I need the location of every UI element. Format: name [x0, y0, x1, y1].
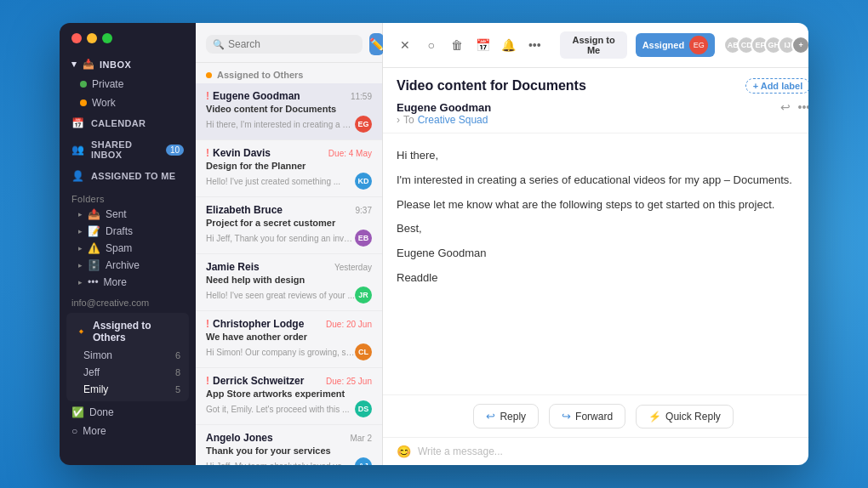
assigned-avatar-1: EG [689, 36, 708, 54]
email-item-angelo[interactable]: Angelo Jones Mar 2 Thank you for your se… [196, 425, 382, 465]
to-prefix: To [403, 114, 414, 126]
reply-icon: ↩ [486, 410, 495, 423]
assigned-others-dot [206, 72, 212, 78]
calendar-toolbar-button[interactable]: 📅 [474, 35, 491, 55]
email-item-elizabeth[interactable]: Elizabeth Bruce 9:37 Project for a secre… [196, 197, 382, 254]
inbox-icon: 📥 [83, 59, 95, 70]
kevin-sender-name: Kevin Davis [213, 147, 271, 159]
done-icon: ✅ [71, 406, 84, 418]
more-meta-icon[interactable]: ••• [797, 100, 808, 114]
email-item-kevin[interactable]: ! Kevin Davis Due: 4 May Design for the … [196, 140, 382, 197]
trash-button[interactable]: 🗑 [448, 35, 465, 55]
kevin-subject: Design for the Planner [206, 161, 372, 171]
derrick-priority-icon: ! [206, 375, 209, 387]
eugene-sender-name: Eugene Goodman [213, 90, 300, 102]
eugene-time: 11:59 [351, 92, 372, 101]
drafts-label: Drafts [106, 225, 133, 237]
elizabeth-subject: Project for a secret customer [206, 218, 372, 228]
calendar-label: CALENDAR [91, 118, 146, 128]
assignee-emily[interactable]: Emily 5 [66, 381, 189, 398]
spam-label: Spam [106, 242, 132, 254]
eugene-preview: Hi there, I'm interested in creating a s… [206, 120, 355, 129]
christopher-due: Due: 20 Jun [326, 320, 372, 329]
assignee-jeff[interactable]: Jeff 8 [66, 364, 189, 381]
derrick-avatar: DS [355, 400, 372, 417]
sidebar-item-shared-inbox[interactable]: 👥 SHARED INBOX 10 [60, 134, 196, 165]
sidebar-item-work[interactable]: Work [60, 94, 196, 112]
bar-avatar-more: + [791, 36, 808, 54]
traffic-lights [60, 33, 196, 54]
email-item-eugene[interactable]: ! Eugene Goodman 11:59 Video content for… [196, 83, 382, 140]
search-input[interactable] [228, 38, 356, 50]
assigned-badge-label: Assigned [642, 40, 685, 50]
email-item-christopher[interactable]: ! Christopher Lodge Due: 20 Jun We have … [196, 311, 382, 368]
folders-label: Folders [60, 187, 196, 206]
add-label-button[interactable]: + Add label [745, 78, 808, 94]
assign-to-me-button[interactable]: Assign to Me [560, 31, 626, 59]
close-button[interactable]: ✕ [397, 35, 414, 55]
assigned-to-me-label: ASSIGNED TO ME [91, 171, 175, 181]
compose-button[interactable]: ✏️ [369, 33, 384, 55]
inbox-caret: ▾ [71, 59, 77, 70]
to-name[interactable]: Creative Squad [418, 114, 488, 126]
folder-more[interactable]: ▸ ••• More [60, 274, 196, 291]
folder-spam[interactable]: ▸ ⚠️ Spam [60, 240, 196, 257]
search-box[interactable]: 🔍 [206, 35, 363, 54]
assigned-badge: Assigned EG [636, 33, 716, 57]
eugene-priority-icon: ! [206, 90, 209, 102]
reply-button[interactable]: ↩ Reply [473, 404, 539, 428]
assigned-icon: 👤 [71, 170, 84, 182]
reply-meta-icon[interactable]: ↩ [780, 100, 791, 114]
drafts-icon: 📝 [88, 225, 100, 237]
quick-reply-button[interactable]: ⚡ Quick Reply [636, 405, 734, 428]
done-item[interactable]: ✅ Done [60, 403, 196, 422]
email-detail: ✕ ○ 🗑 📅 🔔 ••• Assign to Me Assigned EG A… [383, 23, 808, 465]
shared-inbox-icon: 👥 [71, 144, 84, 156]
jeff-count: 8 [175, 367, 180, 377]
work-dot [80, 99, 87, 106]
kevin-priority-icon: ! [206, 147, 209, 159]
body-signature-line1: Best, [397, 220, 808, 238]
detail-subject-text: Video content for Documents [397, 78, 586, 94]
minimize-traffic-light[interactable] [87, 33, 97, 43]
folder-sent[interactable]: ▸ 📤 Sent [60, 206, 196, 223]
meta-icons: ↩ ••• [780, 100, 808, 114]
bell-button[interactable]: 🔔 [500, 35, 517, 55]
angelo-preview: Hi Jeff, My team absolutely loved yo ... [206, 462, 351, 466]
jamie-subject: Need help with design [206, 275, 372, 285]
email-meta-bar: Eugene Goodman ↩ ••• › To Creative Squad [383, 100, 808, 133]
assignee-simon[interactable]: Simon 6 [66, 347, 189, 364]
email-item-jamie[interactable]: Jamie Reis Yesterday Need help with desi… [196, 254, 382, 311]
more-folders-label: More [104, 276, 127, 288]
elizabeth-preview: Hi Jeff, Thank you for sending an invoic… [206, 234, 355, 243]
jamie-preview: Hello! I've seen great reviews of your .… [206, 291, 355, 300]
sent-icon: 📤 [88, 208, 100, 220]
more-toolbar-button[interactable]: ••• [526, 35, 543, 55]
sidebar-item-calendar[interactable]: 📅 CALENDAR [60, 112, 196, 134]
sidebar-item-private[interactable]: Private [60, 75, 196, 94]
close-traffic-light[interactable] [71, 33, 82, 43]
elizabeth-sender-name: Elizabeth Bruce [206, 204, 283, 216]
forward-btn-label: Forward [575, 411, 613, 423]
circle-button[interactable]: ○ [422, 35, 439, 55]
body-signature-line2: Eugene Goodman [397, 245, 808, 263]
inbox-section[interactable]: ▾ 📥 INBOX [60, 54, 196, 75]
email-item-derrick[interactable]: ! Derrick Schweitzer Due: 25 Jun App Sto… [196, 368, 382, 425]
sent-caret: ▸ [78, 210, 83, 218]
email-from-row: Eugene Goodman ↩ ••• [397, 100, 808, 114]
spam-caret: ▸ [78, 244, 83, 253]
detail-toolbar: ✕ ○ 🗑 📅 🔔 ••• Assign to Me Assigned EG A… [383, 23, 808, 68]
more-caret: ▸ [78, 278, 83, 287]
sidebar-item-assigned-to-me[interactable]: 👤 ASSIGNED TO ME [60, 165, 196, 187]
compose-area[interactable]: 😊 Write a message... [383, 437, 808, 465]
folder-archive[interactable]: ▸ 🗄️ Archive [60, 257, 196, 274]
jamie-avatar: JR [355, 287, 372, 304]
eugene-subject: Video content for Documents [206, 104, 372, 114]
reply-btn-label: Reply [500, 411, 526, 423]
assigned-to-others-header[interactable]: 🔸 Assigned to Others [66, 316, 189, 347]
folder-drafts[interactable]: ▸ 📝 Drafts [60, 223, 196, 240]
jamie-time: Yesterday [334, 263, 372, 272]
maximize-traffic-light[interactable] [102, 33, 112, 43]
forward-button[interactable]: ↪ Forward [549, 404, 625, 428]
more-item[interactable]: ○ More [60, 422, 196, 440]
